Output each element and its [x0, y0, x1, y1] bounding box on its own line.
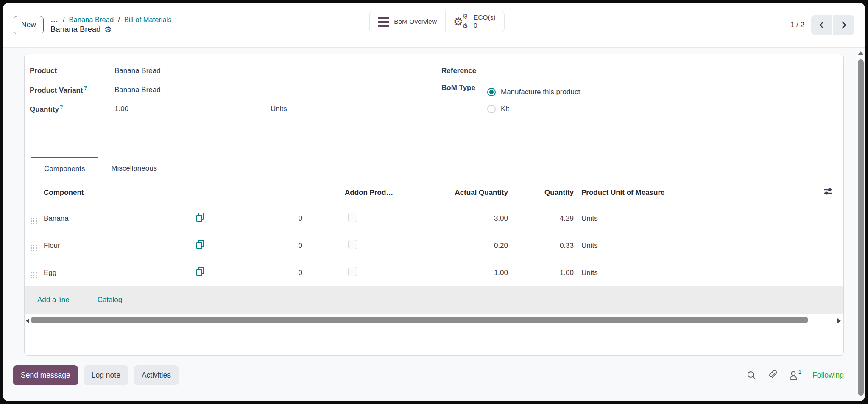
send-message-button[interactable]: Send message: [13, 365, 78, 385]
add-a-line-link[interactable]: Add a line: [37, 296, 70, 304]
breadcrumb-ellipsis-menu[interactable]: …: [50, 18, 59, 22]
radio-selected-icon[interactable]: [487, 88, 496, 96]
field-product: Product Banana Bread: [30, 61, 441, 80]
quantity-value[interactable]: 1.00: [508, 269, 574, 277]
quantity-value[interactable]: 4.29: [508, 214, 574, 223]
field-product-variant: Product Variant? Banana Bread: [30, 80, 441, 99]
scroll-left-arrow-icon[interactable]: [26, 318, 29, 323]
activities-button[interactable]: Activities: [134, 365, 179, 385]
followers-button[interactable]: 1: [789, 370, 801, 380]
eco-label: ECO(s): [474, 14, 496, 22]
component-name[interactable]: Flour: [44, 241, 171, 250]
uom-value[interactable]: Units: [574, 214, 709, 223]
bom-type-label: BoM Type: [441, 84, 487, 92]
bom-overview-button[interactable]: BoM Overview: [369, 11, 445, 32]
help-marker[interactable]: ?: [84, 85, 87, 91]
followers-count: 1: [798, 369, 801, 375]
actual-quantity-value[interactable]: 3.00: [408, 214, 508, 223]
new-button[interactable]: New: [14, 16, 44, 34]
bom-type-option-kit-label: Kit: [501, 105, 509, 113]
field-bom-type: BoM Type Manufacture this product Kit: [441, 80, 843, 118]
copy-icon[interactable]: [195, 212, 205, 222]
pager-previous-button[interactable]: [811, 15, 832, 35]
table-row[interactable]: Banana 0 3.00 4.29: [25, 205, 843, 232]
vertical-scrollbar-thumb[interactable]: [858, 59, 864, 396]
scroll-up-arrow-icon[interactable]: [858, 51, 864, 55]
drag-handle-icon[interactable]: [31, 245, 37, 251]
breadcrumb-link-product[interactable]: Banana Bread: [69, 16, 114, 24]
table-footer: Add a line Catalog: [25, 286, 843, 314]
drag-handle-icon[interactable]: [31, 218, 37, 224]
breadcrumb-separator: /: [118, 16, 120, 24]
addon-product-checkbox[interactable]: [348, 213, 357, 222]
log-note-button[interactable]: Log note: [84, 365, 128, 385]
chatter-bar: Send message Log note Activities: [13, 365, 844, 385]
addon-product-checkbox[interactable]: [348, 240, 357, 249]
user-icon: [789, 370, 798, 380]
table-row[interactable]: Flour 0 0.20 0.33: [25, 232, 843, 259]
field-reference: Reference: [441, 61, 843, 80]
tab-miscellaneous[interactable]: Miscellaneous: [98, 157, 170, 180]
product-label: Product: [30, 67, 114, 75]
column-header-actual-quantity[interactable]: Actual Quantity: [408, 188, 508, 197]
gear-icon[interactable]: ⚙: [104, 25, 112, 34]
list-icon: [378, 17, 389, 27]
operation-count[interactable]: 0: [239, 269, 302, 277]
column-header-addon-product[interactable]: Addon Prod…: [302, 188, 408, 197]
radio-unselected-icon[interactable]: [487, 105, 496, 113]
horizontal-scrollbar[interactable]: [25, 315, 843, 325]
stat-button-group: BoM Overview ⚙⚙⚙ ECO(s) 0: [369, 11, 504, 32]
reference-label: Reference: [441, 67, 487, 75]
bom-type-option-kit[interactable]: Kit: [487, 101, 580, 118]
actual-quantity-value[interactable]: 0.20: [408, 241, 508, 250]
search-messages-button[interactable]: [747, 370, 756, 380]
product-variant-value[interactable]: Banana Bread: [114, 86, 161, 94]
component-name[interactable]: Egg: [44, 269, 171, 277]
eco-button[interactable]: ⚙⚙⚙ ECO(s) 0: [445, 11, 504, 32]
product-value[interactable]: Banana Bread: [114, 67, 161, 75]
tab-components[interactable]: Components: [31, 157, 98, 180]
record-title: Banana Bread: [50, 25, 100, 34]
copy-icon[interactable]: [195, 267, 205, 277]
chevron-left-icon: [818, 21, 825, 29]
control-panel: New … / Banana Bread / Bill of Materials…: [3, 3, 865, 48]
screen-background: New … / Banana Bread / Bill of Materials…: [0, 0, 868, 404]
column-header-quantity[interactable]: Quantity: [508, 188, 574, 197]
breadcrumb-link-bill-of-materials[interactable]: Bill of Materials: [124, 16, 172, 24]
pager-counter: 1 / 2: [790, 21, 804, 29]
horizontal-scrollbar-thumb[interactable]: [31, 317, 808, 323]
uom-value[interactable]: Units: [574, 269, 709, 277]
drag-handle-icon[interactable]: [31, 272, 37, 278]
optional-columns-button[interactable]: [823, 188, 833, 195]
component-name[interactable]: Banana: [44, 214, 171, 223]
column-header-component[interactable]: Component: [44, 188, 171, 197]
scroll-right-arrow-icon[interactable]: [837, 318, 841, 323]
quantity-label: Quantity?: [30, 104, 114, 114]
catalog-link[interactable]: Catalog: [98, 296, 123, 304]
operation-count[interactable]: 0: [239, 241, 302, 250]
copy-icon[interactable]: [195, 239, 205, 250]
gears-icon: ⚙⚙⚙: [454, 14, 469, 29]
field-group: Product Banana Bread Product Variant? Ba…: [25, 54, 843, 118]
addon-product-checkbox[interactable]: [348, 267, 357, 276]
chevron-right-icon: [840, 21, 847, 29]
table-row[interactable]: Egg 0 1.00 1.00: [25, 259, 843, 286]
pager-next-button[interactable]: [833, 15, 854, 35]
quantity-value[interactable]: 1.00: [114, 105, 271, 113]
uom-value[interactable]: Units: [574, 241, 709, 250]
column-header-uom[interactable]: Product Unit of Measure: [574, 188, 709, 197]
breadcrumb-separator: /: [63, 16, 65, 24]
quantity-value[interactable]: 0.33: [508, 241, 574, 250]
bom-overview-label: BoM Overview: [394, 18, 437, 25]
attachments-button[interactable]: [768, 370, 778, 380]
quantity-uom: Units: [271, 105, 287, 113]
bom-type-option-manufacture[interactable]: Manufacture this product: [487, 84, 580, 101]
product-variant-label: Product Variant?: [30, 85, 114, 95]
help-marker[interactable]: ?: [60, 104, 63, 110]
search-icon: [747, 370, 756, 380]
actual-quantity-value[interactable]: 1.00: [408, 269, 508, 277]
operation-count[interactable]: 0: [239, 214, 302, 223]
vertical-scrollbar[interactable]: [856, 48, 865, 401]
following-toggle[interactable]: Following: [812, 371, 844, 380]
product-variant-label-text: Product Variant: [30, 86, 83, 94]
